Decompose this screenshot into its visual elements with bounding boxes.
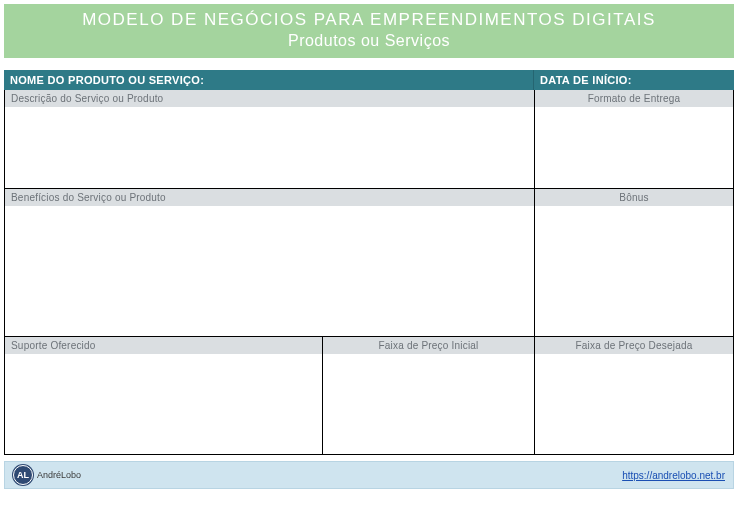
- body-description[interactable]: [5, 107, 534, 188]
- heading-bonus: Bônus: [535, 189, 733, 206]
- footer-link[interactable]: https://andrelobo.net.br: [622, 470, 725, 481]
- label-start-date: DATA DE INÍCIO:: [534, 70, 734, 90]
- footer-bar: AL AndréLobo https://andrelobo.net.br: [4, 461, 734, 489]
- cell-support: Suporte Oferecido: [5, 337, 323, 454]
- cell-description: Descrição do Serviço ou Produto: [5, 90, 535, 188]
- canvas-grid: Descrição do Serviço ou Produto Formato …: [4, 90, 734, 455]
- footer-logo: AL AndréLobo: [13, 465, 81, 485]
- heading-delivery-format: Formato de Entrega: [535, 90, 733, 107]
- header-title: MODELO DE NEGÓCIOS PARA EMPREENDIMENTOS …: [4, 10, 734, 30]
- label-product-name: NOME DO PRODUTO OU SERVIÇO:: [4, 70, 534, 90]
- body-bonus[interactable]: [535, 206, 733, 336]
- row-description: Descrição do Serviço ou Produto Formato …: [5, 90, 733, 188]
- cell-benefits: Benefícios do Serviço ou Produto: [5, 189, 535, 336]
- header-subtitle: Produtos ou Serviços: [4, 32, 734, 50]
- heading-price-desired: Faixa de Preço Desejada: [535, 337, 733, 354]
- heading-description: Descrição do Serviço ou Produto: [5, 90, 534, 107]
- heading-price-initial: Faixa de Preço Inicial: [323, 337, 534, 354]
- body-benefits[interactable]: [5, 206, 534, 336]
- cell-bonus: Bônus: [535, 189, 733, 336]
- heading-benefits: Benefícios do Serviço ou Produto: [5, 189, 534, 206]
- row-pricing: Suporte Oferecido Faixa de Preço Inicial…: [5, 336, 733, 454]
- cell-price-desired: Faixa de Preço Desejada: [535, 337, 733, 454]
- body-price-initial[interactable]: [323, 354, 534, 454]
- body-delivery-format[interactable]: [535, 107, 733, 188]
- cell-price-initial: Faixa de Preço Inicial: [323, 337, 535, 454]
- logo-name: AndréLobo: [37, 470, 81, 480]
- heading-support: Suporte Oferecido: [5, 337, 322, 354]
- body-support[interactable]: [5, 354, 322, 454]
- row-benefits: Benefícios do Serviço ou Produto Bônus: [5, 188, 733, 336]
- cell-delivery-format: Formato de Entrega: [535, 90, 733, 188]
- body-price-desired[interactable]: [535, 354, 733, 454]
- label-row: NOME DO PRODUTO OU SERVIÇO: DATA DE INÍC…: [4, 70, 734, 90]
- logo-badge: AL: [13, 465, 33, 485]
- spacer: [0, 58, 738, 70]
- header-banner: MODELO DE NEGÓCIOS PARA EMPREENDIMENTOS …: [4, 4, 734, 58]
